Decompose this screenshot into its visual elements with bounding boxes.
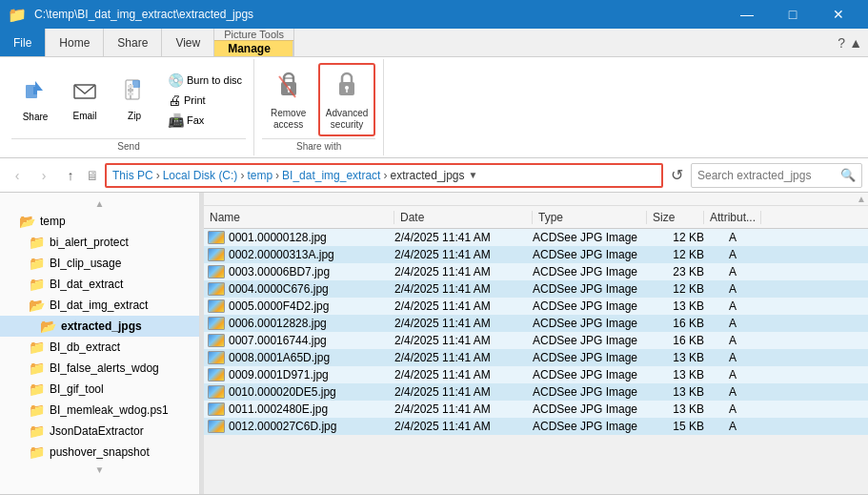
file-date: 2/4/2025 11:41 AM [394, 248, 533, 261]
file-date: 2/4/2025 11:41 AM [394, 231, 533, 244]
sidebar-item-BI_memleak_wdog.ps1[interactable]: 📁BI_memleak_wdog.ps1 [0, 400, 199, 421]
sidebar-item-BI_gif_tool[interactable]: 📁BI_gif_tool [0, 379, 199, 400]
search-box[interactable]: 🔍 [691, 163, 862, 188]
file-name: 0009.0001D971.jpg [229, 368, 329, 382]
file-name: 0010.000020DE5.jpg [229, 385, 336, 399]
table-row[interactable]: 0005.0000F4D2.jpg2/4/2025 11:41 AMACDSee… [204, 298, 868, 315]
table-row[interactable]: 0002.00000313A.jpg2/4/2025 11:41 AMACDSe… [204, 246, 868, 263]
bc-this-pc[interactable]: This PC [112, 169, 153, 182]
file-name: 0008.0001A65D.jpg [229, 351, 330, 364]
sidebar-item-label-bi_alert_protect: bi_alert_protect [50, 236, 129, 249]
bc-arrow-1: › [156, 169, 160, 182]
sidebar-item-pushover_snapshot[interactable]: 📁pushover_snapshot [0, 442, 199, 463]
title-bar-controls: — □ ✕ [725, 0, 860, 29]
table-row[interactable]: 0009.0001D971.jpg2/4/2025 11:41 AMACDSee… [204, 366, 868, 383]
col-header-attr[interactable]: Attribut... [704, 211, 761, 224]
sidebar-item-bi_alert_protect[interactable]: 📁bi_alert_protect [0, 232, 199, 253]
zip-button[interactable]: Zip [111, 74, 158, 125]
file-attr: A [704, 351, 761, 364]
scroll-top-icon[interactable]: ▲ [857, 194, 866, 204]
forward-button[interactable]: › [32, 164, 55, 187]
ribbon-tab-spacer [294, 29, 832, 56]
sidebar-item-label-temp: temp [40, 215, 66, 228]
table-row[interactable]: 0010.000020DE5.jpg2/4/2025 11:41 AMACDSe… [204, 383, 868, 401]
folder-icon-pushover_snapshot: 📁 [29, 444, 45, 460]
file-type: ACDSee JPG Image [533, 248, 647, 261]
table-row[interactable]: 0007.00016744.jpg2/4/2025 11:41 AMACDSee… [204, 332, 868, 349]
tab-view[interactable]: View [162, 29, 214, 56]
advanced-security-button[interactable]: Advancedsecurity [318, 63, 375, 136]
col-header-type[interactable]: Type [533, 211, 647, 224]
table-row[interactable]: 0008.0001A65D.jpg2/4/2025 11:41 AMACDSee… [204, 349, 868, 366]
tab-home[interactable]: Home [46, 29, 104, 56]
bc-temp[interactable]: temp [247, 169, 273, 182]
sidebar-item-temp[interactable]: 📂temp [0, 211, 199, 232]
table-row[interactable]: 0012.000027C6D.jpg2/4/2025 11:41 AMACDSe… [204, 418, 868, 435]
bc-local-disk[interactable]: Local Disk (C:) [163, 169, 238, 182]
sidebar-item-BI_false_alerts_wdog[interactable]: 📁BI_false_alerts_wdog [0, 358, 199, 379]
sidebar-item-BI_db_extract[interactable]: 📁BI_db_extract [0, 337, 199, 358]
email-button[interactable]: Email [61, 74, 109, 125]
refresh-button[interactable]: ↺ [671, 166, 683, 184]
folder-icon-BI_memleak_wdog.ps1: 📁 [29, 402, 45, 418]
file-date: 2/4/2025 11:41 AM [394, 334, 533, 347]
col-header-name[interactable]: Name [204, 211, 394, 224]
sidebar-scroll-down[interactable]: ▼ [0, 463, 199, 477]
sidebar-item-extracted_jpgs[interactable]: 📂extracted_jpgs [0, 316, 199, 337]
up-button[interactable]: ↑ [59, 164, 82, 187]
remove-access-button[interactable]: Removeaccess [262, 65, 314, 134]
remove-access-icon [274, 69, 303, 106]
fax-button[interactable]: 📠 Fax [164, 111, 246, 130]
table-row[interactable]: 0011.0002480E.jpg2/4/2025 11:41 AMACDSee… [204, 401, 868, 418]
file-type: ACDSee JPG Image [533, 402, 647, 416]
back-button[interactable]: ‹ [6, 164, 29, 187]
sidebar-item-BI_dat_img_extract[interactable]: 📂BI_dat_img_extract [0, 295, 199, 316]
file-size: 12 KB [647, 282, 704, 296]
print-button[interactable]: 🖨 Print [164, 91, 246, 110]
table-row[interactable]: 0006.00012828.jpg2/4/2025 11:41 AMACDSee… [204, 315, 868, 332]
minimize-button[interactable]: — [725, 0, 769, 29]
file-type: ACDSee JPG Image [533, 265, 647, 278]
col-header-size[interactable]: Size [647, 211, 704, 224]
share-with-btns: Removeaccess Advancedsecurity [262, 63, 375, 136]
collapse-ribbon-icon[interactable]: ▲ [849, 35, 862, 51]
maximize-button[interactable]: □ [771, 0, 815, 29]
col-header-date[interactable]: Date [394, 211, 533, 224]
fax-icon: 📠 [168, 113, 184, 128]
share-button[interactable]: Share [11, 73, 59, 126]
address-bar: ‹ › ↑ 🖥 This PC › Local Disk (C:) › temp… [0, 158, 868, 193]
table-row[interactable]: 0001.00000128.jpg2/4/2025 11:41 AMACDSee… [204, 229, 868, 246]
folder-icon-BI_dat_extract: 📁 [29, 277, 45, 292]
table-row[interactable]: 0004.0000C676.jpg2/4/2025 11:41 AMACDSee… [204, 280, 868, 298]
bc-dat-img-extract[interactable]: BI_dat_img_extract [282, 169, 380, 182]
bc-dropdown-icon[interactable]: ▼ [469, 170, 478, 180]
sidebar-scroll-up[interactable]: ▲ [0, 196, 199, 211]
file-thumbnail [208, 402, 225, 416]
sidebar-item-JsonDataExtractor[interactable]: 📁JsonDataExtractor [0, 421, 199, 442]
tab-share[interactable]: Share [104, 29, 162, 56]
table-row[interactable]: 0003.00006BD7.jpg2/4/2025 11:41 AMACDSee… [204, 263, 868, 280]
sidebar-item-BI_clip_usage[interactable]: 📁BI_clip_usage [0, 253, 199, 274]
ribbon-spacer [384, 59, 864, 155]
folder-icon-bi_alert_protect: 📁 [29, 235, 45, 250]
sidebar-item-BI_dat_extract[interactable]: 📁BI_dat_extract [0, 274, 199, 295]
file-type: ACDSee JPG Image [533, 334, 647, 347]
file-name: 0012.000027C6D.jpg [229, 420, 336, 433]
burn-button[interactable]: 💿 Burn to disc [164, 71, 246, 90]
tab-manage[interactable]: Manage [214, 41, 293, 56]
tab-file[interactable]: File [0, 29, 46, 56]
file-type: ACDSee JPG Image [533, 282, 647, 296]
breadcrumb[interactable]: This PC › Local Disk (C:) › temp › BI_da… [105, 163, 663, 188]
sidebar-item-label-BI_false_alerts_wdog: BI_false_alerts_wdog [50, 361, 159, 375]
advanced-security-icon [333, 69, 361, 106]
file-size: 13 KB [647, 402, 704, 416]
search-icon[interactable]: 🔍 [840, 168, 856, 182]
list-scroll-top: ▲ [204, 193, 868, 206]
bc-arrow-4: › [383, 169, 387, 182]
search-input[interactable] [697, 169, 840, 182]
main-area: ▲ 📂temp📁bi_alert_protect📁BI_clip_usage📁B… [0, 193, 868, 494]
help-icon[interactable]: ? [838, 35, 845, 51]
file-type: ACDSee JPG Image [533, 317, 647, 330]
file-thumbnail [208, 231, 225, 244]
close-button[interactable]: ✕ [817, 0, 860, 29]
